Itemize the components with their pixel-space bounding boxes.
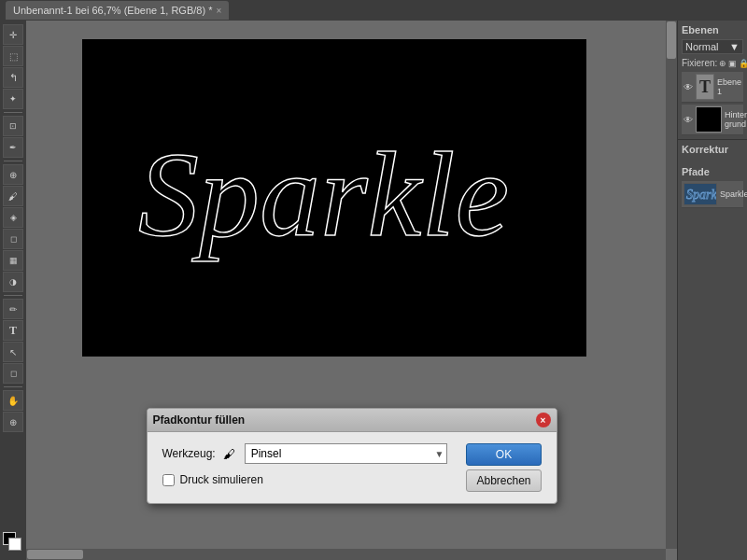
svg-text:Sparkle: Sparkle [686,188,716,202]
cancel-button[interactable]: Abbrechen [466,469,541,492]
right-panel: Ebenen Normal ▼ Fixieren: ⊕ ▣ 🔒 👁 T Eben… [677,21,747,560]
text-layer-thumb: T [696,74,714,100]
dialog-buttons: OK Abbrechen [466,443,541,492]
layer-name-text: Ebene 1 [717,77,741,96]
shape-tool[interactable]: ◻ [3,363,23,384]
dodge-tool[interactable]: ◑ [3,272,23,292]
tab-close-button[interactable]: × [216,6,221,16]
dialog-titlebar: Pfadkontur füllen × [148,409,557,432]
pfade-title: Pfade [682,166,743,177]
brush-icon: 🖌 [223,447,235,461]
type-tool[interactable]: T [3,320,23,341]
quick-select-tool[interactable]: ✦ [3,89,23,109]
layer-row-text[interactable]: 👁 T Ebene 1 [682,72,743,103]
gradient-tool[interactable]: ▦ [3,250,23,271]
blend-mode-label: Normal [685,41,718,52]
korrektur-section: Korrektur [678,140,747,162]
main-layout: ✛ ⬚ ↰ ✦ ⊡ ✒ ⊕ 🖌 ◈ ◻ ▦ ◑ ✏ T ↖ ◻ ✋ ⊕ [0,21,747,560]
simulate-pressure-label: Druck simulieren [180,473,263,486]
crop-tool[interactable]: ⊡ [3,116,23,136]
dialog-body: Werkzeug: 🖌 Pinsel Stift Verwischen Schä… [148,432,557,503]
bg-layer-thumb [696,106,722,133]
background-color[interactable] [8,538,21,551]
blend-mode-dropdown[interactable]: Normal ▼ [682,39,743,54]
dialog-close-button[interactable]: × [536,413,551,427]
simulate-pressure-checkbox[interactable] [162,474,175,486]
werkzeug-row: Werkzeug: 🖌 Pinsel Stift Verwischen Schä… [162,443,448,464]
pfade-section: Pfade Sparkle Sparkle [678,162,747,212]
lasso-tool[interactable]: ↰ [3,67,23,88]
tool-select[interactable]: Pinsel Stift Verwischen Schärfen [245,443,448,464]
tab-label: Unbenannt-1 bei 66,7% (Ebene 1, RGB/8) * [13,5,212,16]
fixieren-label: Fixieren: [682,58,717,68]
canvas-area: Sparkle Pfadkontur füllen × [26,21,677,560]
layer-name-bg: Hinter-grund [725,110,747,129]
healing-tool[interactable]: ⊕ [3,164,23,185]
path-thumbnail: Sparkle [684,183,717,205]
pen-tool[interactable]: ✏ [3,299,23,319]
zoom-tool[interactable]: ⊕ [3,412,23,432]
simulate-pressure-row: Druck simulieren [162,473,448,486]
eraser-tool[interactable]: ◻ [3,229,23,249]
top-bar: Unbenannt-1 bei 66,7% (Ebene 1, RGB/8) *… [0,0,747,21]
left-toolbar: ✛ ⬚ ↰ ✦ ⊡ ✒ ⊕ 🖌 ◈ ◻ ▦ ◑ ✏ T ↖ ◻ ✋ ⊕ [0,21,26,560]
fixieren-row: Fixieren: ⊕ ▣ 🔒 [682,58,743,68]
dialog-overlay: Pfadkontur füllen × Werkzeug: 🖌 [26,21,677,560]
werkzeug-label: Werkzeug: [162,447,216,460]
brush-tool[interactable]: 🖌 [3,186,23,206]
lock-image-icon[interactable]: ▣ [728,59,737,68]
hand-tool[interactable]: ✋ [3,390,23,411]
path-name: Sparkle [720,189,747,199]
ok-button[interactable]: OK [466,443,541,466]
lock-all-icon[interactable]: 🔒 [739,59,747,68]
layers-panel: Ebenen Normal ▼ Fixieren: ⊕ ▣ 🔒 👁 T Eben… [678,21,747,140]
move-tool[interactable]: ✛ [3,24,23,45]
path-select-tool[interactable]: ↖ [3,342,23,362]
color-swatches [0,528,27,556]
marquee-tool[interactable]: ⬚ [3,46,23,66]
stamp-tool[interactable]: ◈ [3,207,23,228]
layer-visibility-eye[interactable]: 👁 [684,80,693,93]
path-row[interactable]: Sparkle Sparkle [682,181,743,208]
eyedropper-tool[interactable]: ✒ [3,137,23,158]
korrektur-title: Korrektur [682,144,743,155]
layer-row-bg[interactable]: 👁 Hinter-grund [682,105,743,135]
pfadkontur-dialog: Pfadkontur füllen × Werkzeug: 🖌 [147,408,557,504]
document-tab[interactable]: Unbenannt-1 bei 66,7% (Ebene 1, RGB/8) *… [6,1,229,20]
layer-bg-visibility-eye[interactable]: 👁 [684,113,693,126]
blend-mode-arrow: ▼ [729,41,740,52]
lock-position-icon[interactable]: ⊕ [719,59,726,68]
layers-panel-title: Ebenen [682,24,743,35]
tool-select-wrapper: Pinsel Stift Verwischen Schärfen ▼ [245,443,448,464]
dialog-title: Pfadkontur füllen [153,413,246,427]
